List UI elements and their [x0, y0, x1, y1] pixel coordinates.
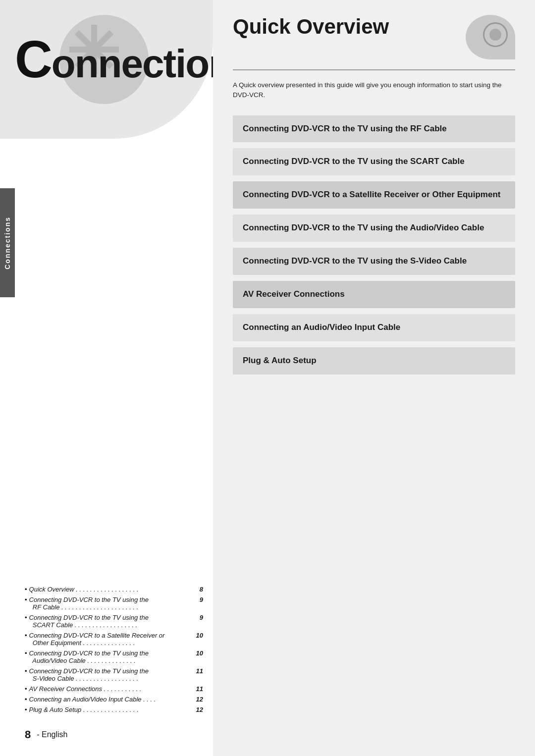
toc-bullet: •	[25, 667, 27, 675]
toc-text: Connecting DVD-VCR to the TV using the S…	[29, 614, 198, 629]
section-card-rf-title: Connecting DVD-VCR to the TV using the R…	[243, 123, 505, 135]
section-card-av-input: Connecting an Audio/Video Input Cable	[233, 314, 515, 341]
section-card-plug-setup-title: Plug & Auto Setup	[243, 355, 505, 367]
divider-line	[233, 69, 515, 70]
page-number: 8	[25, 728, 31, 741]
section-card-svideo-title: Connecting DVD-VCR to the TV using the S…	[243, 256, 505, 267]
toc-bullet: •	[25, 632, 27, 639]
section-card-svideo: Connecting DVD-VCR to the TV using the S…	[233, 248, 515, 275]
quick-overview-graphic	[456, 15, 515, 59]
toc-item-4: • Connecting DVD-VCR to a Satellite Rece…	[25, 632, 203, 647]
section-card-satellite: Connecting DVD-VCR to a Satellite Receiv…	[233, 181, 515, 209]
toc-page: 10	[196, 649, 203, 657]
toc-page: 9	[200, 596, 203, 603]
toc-item-8: • Connecting an Audio/Video Input Cable …	[25, 696, 203, 703]
toc-item-2: • Connecting DVD-VCR to the TV using the…	[25, 596, 203, 611]
toc-page: 12	[196, 706, 203, 713]
page-container: Connections Connections • Quick Overview…	[0, 0, 535, 756]
toc-text: Plug & Auto Setup . . . . . . . . . . . …	[29, 706, 194, 713]
quick-overview-title: Quick Overview	[233, 15, 389, 39]
sidebar-tab: Connections	[0, 188, 15, 297]
toc-text: AV Receiver Connections . . . . . . . . …	[29, 685, 194, 693]
toc-text: Quick Overview . . . . . . . . . . . . .…	[29, 586, 198, 593]
section-card-plug-setup: Plug & Auto Setup	[233, 347, 515, 375]
qo-circle-inner	[489, 29, 501, 41]
toc-text: Connecting DVD-VCR to the TV using the A…	[29, 649, 194, 664]
toc-text: Connecting DVD-VCR to the TV using the R…	[29, 596, 198, 611]
connections-rest: onnections	[52, 42, 213, 86]
connections-big-c: C	[15, 30, 52, 88]
toc-page: 10	[196, 632, 203, 639]
connections-title: Connections	[15, 30, 213, 89]
toc-page: 9	[200, 614, 203, 621]
section-card-satellite-title: Connecting DVD-VCR to a Satellite Receiv…	[243, 189, 505, 201]
page-language: - English	[37, 730, 67, 739]
toc-item-5: • Connecting DVD-VCR to the TV using the…	[25, 649, 203, 664]
toc-bullet: •	[25, 685, 27, 693]
quick-overview-header: Quick Overview	[233, 15, 515, 59]
toc-page: 11	[196, 667, 203, 675]
section-card-av-receiver: AV Receiver Connections	[233, 281, 515, 308]
left-panel: Connections Connections • Quick Overview…	[0, 0, 213, 756]
toc-text: Connecting DVD-VCR to a Satellite Receiv…	[29, 632, 194, 647]
toc-bullet: •	[25, 696, 27, 703]
toc-bullet: •	[25, 614, 27, 621]
section-card-av-input-title: Connecting an Audio/Video Input Cable	[243, 322, 505, 333]
toc-page: 11	[196, 685, 203, 693]
toc-bullet: •	[25, 649, 27, 657]
toc-text: Connecting DVD-VCR to the TV using the S…	[29, 667, 194, 682]
toc-bullet: •	[25, 706, 27, 713]
section-card-av-cable: Connecting DVD-VCR to the TV using the A…	[233, 215, 515, 242]
section-card-rf: Connecting DVD-VCR to the TV using the R…	[233, 115, 515, 143]
section-card-av-receiver-title: AV Receiver Connections	[243, 289, 505, 300]
page-number-section: 8 - English	[25, 728, 68, 741]
right-panel: Quick Overview A Quick overview presente…	[213, 0, 535, 756]
section-card-av-cable-title: Connecting DVD-VCR to the TV using the A…	[243, 222, 505, 234]
section-card-scart: Connecting DVD-VCR to the TV using the S…	[233, 148, 515, 175]
toc-item-9: • Plug & Auto Setup . . . . . . . . . . …	[25, 706, 203, 713]
toc-text: Connecting an Audio/Video Input Cable . …	[29, 696, 194, 703]
sidebar-tab-label: Connections	[3, 216, 11, 270]
toc-bullet: •	[25, 586, 27, 593]
toc-section: • Quick Overview . . . . . . . . . . . .…	[25, 586, 203, 716]
section-card-scart-title: Connecting DVD-VCR to the TV using the S…	[243, 156, 505, 167]
toc-item-7: • AV Receiver Connections . . . . . . . …	[25, 685, 203, 693]
toc-page: 8	[200, 586, 203, 593]
toc-item-3: • Connecting DVD-VCR to the TV using the…	[25, 614, 203, 629]
toc-item-6: • Connecting DVD-VCR to the TV using the…	[25, 667, 203, 682]
toc-bullet: •	[25, 596, 27, 603]
intro-text: A Quick overview presented in this guide…	[233, 80, 515, 101]
toc-item-1: • Quick Overview . . . . . . . . . . . .…	[25, 586, 203, 593]
toc-page: 12	[196, 696, 203, 703]
